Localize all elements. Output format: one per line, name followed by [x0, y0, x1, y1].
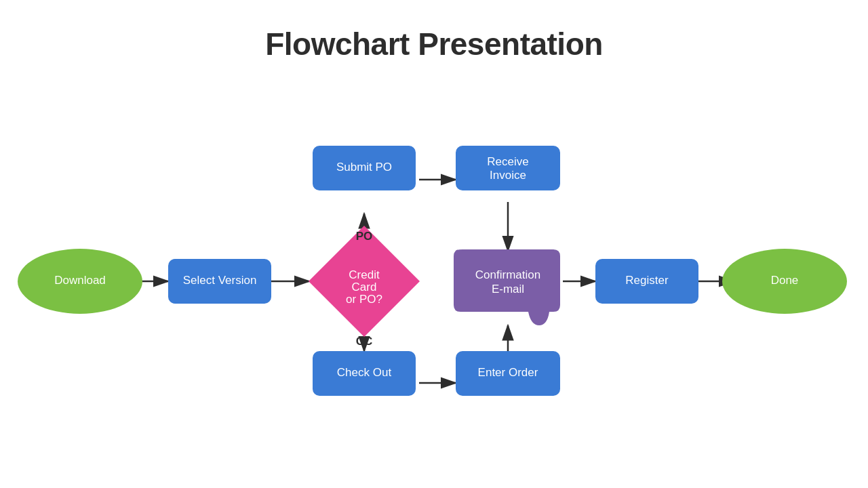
done-label: Done [771, 274, 799, 287]
register-label: Register [625, 274, 669, 287]
receive-invoice-label1: Receive [487, 155, 528, 168]
flowchart: Download Select Version Credit Card or P… [0, 102, 868, 488]
svg-text:Invoice: Invoice [490, 169, 526, 182]
submit-po-label: Submit PO [336, 161, 392, 174]
svg-text:Card: Card [352, 281, 377, 293]
checkout-label: Check Out [337, 366, 392, 379]
decision-label: Credit [349, 268, 380, 281]
svg-text:or PO?: or PO? [346, 293, 382, 306]
svg-text:E-mail: E-mail [492, 283, 524, 296]
po-label: PO [356, 230, 373, 243]
download-label: Download [54, 274, 106, 287]
cc-label: CC [356, 335, 373, 348]
enter-order-label: Enter Order [478, 366, 538, 379]
select-version-label: Select Version [183, 274, 257, 287]
confirmation-email-label1: Confirmation [475, 268, 540, 281]
page-title: Flowchart Presentation [0, 0, 868, 62]
